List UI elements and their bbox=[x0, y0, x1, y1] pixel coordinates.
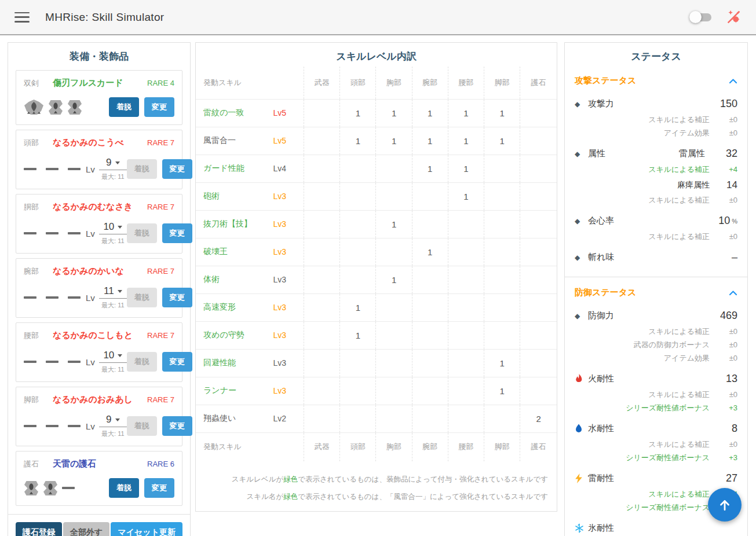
stat-row: 氷耐性 bbox=[565, 519, 747, 536]
skill-point-cell: 1 bbox=[340, 127, 376, 155]
skill-level: Lv5 bbox=[272, 127, 304, 155]
skill-point-cell bbox=[376, 349, 412, 377]
change-button[interactable]: 変更 bbox=[144, 97, 174, 117]
skill-point-cell: 1 bbox=[484, 127, 520, 155]
register-talisman-button[interactable]: 護石登録 bbox=[16, 522, 62, 536]
skill-point-cell bbox=[340, 155, 376, 182]
diamond-icon: ◆ bbox=[575, 312, 588, 320]
equipment-card-bottom: 着脱変更 bbox=[24, 478, 174, 498]
equipment-part-label: 頭部 bbox=[24, 138, 49, 148]
skill-point-cell bbox=[412, 405, 448, 432]
change-button[interactable]: 変更 bbox=[144, 478, 174, 498]
menu-hamburger-icon[interactable] bbox=[14, 12, 30, 23]
stat-unit: % bbox=[732, 218, 737, 225]
stat-detail-label: スキルによる補正 bbox=[648, 232, 710, 242]
skill-row: 翔蟲使いLv22 bbox=[196, 405, 557, 432]
lv-max-label: 最大: 11 bbox=[101, 172, 125, 181]
skill-name: 破壊王 bbox=[196, 238, 272, 266]
change-button[interactable]: 変更 bbox=[162, 352, 192, 372]
empty-slot-dash bbox=[68, 296, 81, 299]
skill-point-cell bbox=[304, 321, 340, 349]
lv-select[interactable]: 10最大: 11 bbox=[99, 221, 127, 245]
skill-point-cell bbox=[304, 293, 340, 321]
skill-point-cell bbox=[304, 349, 340, 377]
detach-button[interactable]: 着脱 bbox=[109, 97, 139, 117]
skill-row: 風雷合一Lv511111 bbox=[196, 127, 557, 155]
empty-slot-dash bbox=[46, 361, 59, 363]
change-button[interactable]: 変更 bbox=[162, 416, 192, 436]
skill-row: 雷紋の一致Lv511111 bbox=[196, 99, 557, 127]
column-header: 護石 bbox=[520, 67, 557, 99]
stat-detail-value: ±0 bbox=[710, 440, 737, 449]
decoration-slot-icon bbox=[24, 100, 44, 115]
skill-level: Lv3 bbox=[272, 377, 304, 405]
skill-point-cell bbox=[484, 321, 520, 349]
decoration-slots bbox=[24, 168, 86, 170]
stat-detail-row: シリーズ耐性値ボーナス+3 bbox=[565, 451, 747, 464]
status-panel: ステータス 攻撃ステータス ◆攻撃力150スキルによる補正±0アイテム効果±0◆… bbox=[564, 42, 748, 536]
change-button[interactable]: 変更 bbox=[162, 288, 192, 307]
stat-detail-label: シリーズ耐性値ボーナス bbox=[626, 403, 710, 413]
skill-note: スキル名が緑色で表示されているものは、「風雷合一」によって強化されているスキルで… bbox=[204, 488, 548, 505]
stat-label: 氷耐性 bbox=[588, 523, 614, 534]
lv-select[interactable]: 11最大: 11 bbox=[99, 285, 127, 310]
detach-button[interactable]: 着脱 bbox=[109, 478, 139, 498]
scroll-to-top-button[interactable] bbox=[708, 488, 742, 522]
stat-value: 32 bbox=[710, 148, 737, 160]
skill-point-cell bbox=[520, 377, 557, 405]
decoration-slots bbox=[24, 361, 86, 363]
equipment-card: 頭部なるかみのこうべRARE 7Lv9最大: 11着脱変更 bbox=[16, 130, 182, 189]
skill-point-cell bbox=[412, 293, 448, 321]
stat-detail-value: ±0 bbox=[710, 115, 737, 124]
attack-section-title: 攻撃ステータス bbox=[575, 75, 636, 86]
skill-point-cell bbox=[304, 182, 340, 210]
equipment-card-top: 双剣傷刃フルスカードRARE 4 bbox=[24, 78, 174, 89]
lv-select[interactable]: 9最大: 11 bbox=[99, 157, 127, 181]
column-header: 武器 bbox=[304, 67, 340, 99]
stat-detail-value: ±0 bbox=[710, 327, 737, 336]
skill-name: 雷紋の一致 bbox=[196, 99, 272, 127]
skill-point-cell bbox=[304, 377, 340, 405]
detach-button: 着脱 bbox=[127, 288, 157, 307]
column-header: 頭部 bbox=[340, 432, 376, 461]
update-myset-button[interactable]: マイセット更新 bbox=[111, 522, 182, 536]
chevron-up-icon[interactable] bbox=[729, 290, 737, 296]
stat-row: 火耐性13 bbox=[565, 370, 747, 388]
lv-value: 9 bbox=[99, 157, 127, 170]
skill-point-cell: 1 bbox=[376, 99, 412, 127]
stat-label: 雷耐性 bbox=[588, 473, 614, 484]
lv-value-text: 9 bbox=[106, 414, 111, 425]
stat-detail-label: シリーズ耐性値ボーナス bbox=[626, 502, 710, 513]
skill-name: 風雷合一 bbox=[196, 127, 272, 155]
change-button[interactable]: 変更 bbox=[162, 223, 192, 243]
magic-wand-off-icon[interactable] bbox=[726, 9, 742, 25]
stat-row: 雷耐性27 bbox=[565, 469, 747, 487]
equipment-name: なるかみのおみあし bbox=[53, 394, 133, 405]
diamond-icon: ◆ bbox=[575, 217, 588, 225]
skill-level: Lv3 bbox=[272, 349, 304, 377]
rare-badge: RARE 4 bbox=[147, 79, 174, 87]
lv-label: Lv bbox=[86, 164, 95, 174]
lv-select[interactable]: 9最大: 11 bbox=[99, 414, 127, 438]
chevron-up-icon[interactable] bbox=[729, 78, 737, 84]
equipment-card: 脚部なるかみのおみあしRARE 7Lv9最大: 11着脱変更 bbox=[16, 387, 182, 446]
caret-down-icon bbox=[118, 354, 122, 357]
skill-point-cell bbox=[520, 182, 557, 210]
remove-all-button[interactable]: 全部外す bbox=[63, 522, 109, 536]
lv-label: Lv bbox=[86, 357, 95, 367]
skill-point-cell bbox=[340, 266, 376, 293]
skill-point-cell: 1 bbox=[448, 155, 484, 182]
equipment-card-top: 腰部なるかみのこしもとRARE 7 bbox=[24, 330, 174, 341]
change-button[interactable]: 変更 bbox=[162, 159, 192, 179]
skill-point-cell bbox=[376, 182, 412, 210]
skill-point-cell bbox=[412, 321, 448, 349]
skill-point-cell bbox=[484, 238, 520, 266]
theme-toggle[interactable] bbox=[691, 13, 711, 21]
rare-badge: RARE 6 bbox=[147, 460, 174, 468]
lv-select[interactable]: 10最大: 11 bbox=[99, 350, 127, 374]
skill-table-header-row: 発動スキル武器頭部胸部腕部腰部脚部護石 bbox=[196, 67, 557, 99]
equipment-card-bottom: Lv9最大: 11着脱変更 bbox=[24, 414, 174, 438]
skill-point-cell bbox=[448, 377, 484, 405]
column-header: 胸部 bbox=[376, 432, 412, 461]
skill-point-cell bbox=[340, 238, 376, 266]
